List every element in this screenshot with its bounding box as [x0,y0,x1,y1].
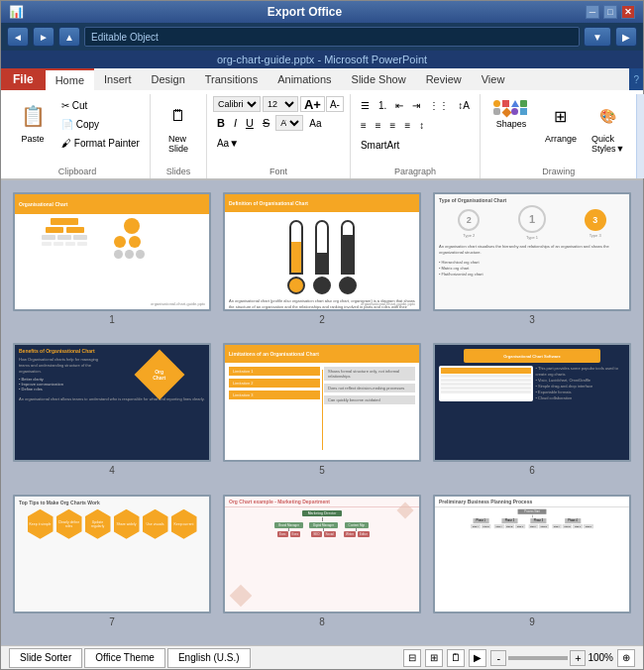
indent-more-button[interactable]: ⇥ [408,96,424,114]
slide-item[interactable]: Preliminary Business Planning Process Pr… [433,495,631,633]
menu-review[interactable]: Review [416,68,472,90]
align-left-button[interactable]: ≡ [357,116,371,134]
zoom-in-button[interactable]: + [570,650,586,666]
file-menu[interactable]: File [1,68,46,90]
quick-styles-button[interactable]: 🎨 QuickStyles▼ [586,96,630,158]
back-button[interactable]: ◄ [7,27,29,47]
menu-animations[interactable]: Animations [268,68,341,90]
view-slide-sorter-icon[interactable]: ⊞ [425,649,443,667]
format-painter-button[interactable]: 🖌 Format Painter [57,134,144,152]
up-button[interactable]: ▲ [58,27,80,47]
font-size-select[interactable]: 12 [263,96,298,112]
slide-thumb-3[interactable]: Type of Organisational Chart 2 Type 2 1 … [433,192,631,311]
slide-thumb-5[interactable]: Limitations of an Organisational Chart L… [223,343,421,462]
menu-transitions[interactable]: Transitions [195,68,268,90]
slide-thumb-7[interactable]: Top Tips to Make Org Charts Work Keep it… [13,495,211,614]
new-slide-button[interactable]: 🗒 NewSlide [157,96,200,158]
menu-slideshow[interactable]: Slide Show [342,68,416,90]
font-family-select[interactable]: Calibri [213,96,261,112]
zoom-slider[interactable] [508,656,568,660]
slide-number-7: 7 [109,616,115,627]
slide-5-content: Limitations of an Organisational Chart L… [225,345,419,460]
font-color-select[interactable]: AV [275,115,303,131]
underline-button[interactable]: U [242,114,258,132]
slide-item[interactable]: Top Tips to Make Org Charts Work Keep it… [13,495,211,633]
slide-number-6: 6 [529,465,535,476]
slides-grid: Organisational Chart [1,180,643,645]
bold-button[interactable]: B [213,114,229,132]
drawing-group: Shapes ⊞ Arrange 🎨 QuickStyles▼ Drawing [481,94,636,178]
indent-less-button[interactable]: ⇤ [391,96,407,114]
decrease-font-button[interactable]: A- [326,96,344,112]
bullets-button[interactable]: ☰ [357,96,374,114]
shapes-button[interactable]: Shapes [486,96,536,133]
italic-button[interactable]: I [230,114,241,132]
slide-item[interactable]: Limitations of an Organisational Chart L… [223,343,421,482]
slide-sorter-tab[interactable]: Slide Sorter [9,648,82,668]
menu-design[interactable]: Design [142,68,195,90]
smartart-button[interactable]: SmartArt [357,136,403,154]
strikethrough-button[interactable]: S [259,114,273,132]
slide1-header: Organisational Chart [15,194,209,214]
slide-4-content: Benefits of Organisational Chart How Org… [15,345,209,460]
address-dropdown[interactable]: ▼ [584,27,611,47]
menu-bar: File Home Insert Design Transitions Anim… [1,68,643,90]
slide-item[interactable]: Benefits of Organisational Chart How Org… [13,343,211,482]
cut-button[interactable]: ✂ Cut [57,96,144,114]
minimize-button[interactable]: ─ [586,5,599,19]
menu-home[interactable]: Home [46,68,94,90]
slide-2-content: Definition of Organisational Chart [225,194,419,309]
justify-button[interactable]: ≡ [400,116,414,134]
columns-button[interactable]: ⋮⋮ [425,96,453,114]
arrange-button[interactable]: ⊞ Arrange [539,96,583,148]
copy-button[interactable]: 📄 Copy [57,115,144,133]
paste-button[interactable]: 📋 Paste [11,96,54,148]
slide-item[interactable]: Org Chart example - Marketing Department… [223,495,421,633]
office-theme-tab[interactable]: Office Theme [84,648,165,668]
language-tab[interactable]: English (U.S.) [167,648,251,668]
quick-styles-icon: 🎨 [592,100,624,132]
new-slide-icon: 🗒 [162,100,194,132]
slide-thumb-4[interactable]: Benefits of Organisational Chart How Org… [13,343,211,462]
close-button[interactable]: ✕ [621,5,635,19]
help-button[interactable]: ? [629,68,643,90]
fit-window-icon[interactable]: ⊕ [617,649,635,667]
status-bar: Slide Sorter Office Theme English (U.S.)… [1,645,643,669]
address-input[interactable] [84,27,580,47]
slide-thumb-9[interactable]: Preliminary Business Planning Process Pr… [433,495,631,614]
slide-number-2: 2 [319,314,325,325]
forward-button[interactable]: ► [33,27,54,47]
shapes-icon [493,100,528,117]
slide-item[interactable]: Organisational Chart Software [433,343,631,482]
paragraph-group: ☰ 1. ⇤ ⇥ ⋮⋮ ↕A ≡ ≡ ≡ ≡ ↕ [351,94,481,178]
view-reading-icon[interactable]: ▶ [469,649,486,667]
clipboard-group: 📋 Paste ✂ Cut 📄 Copy 🖌 Format Painter Cl… [5,94,151,178]
numbering-button[interactable]: 1. [375,96,390,114]
zoom-out-button[interactable]: - [490,650,506,666]
slide-thumb-6[interactable]: Organisational Chart Software [433,343,631,462]
view-normal-icon[interactable]: ⊟ [403,649,421,667]
slide-item[interactable]: Type of Organisational Chart 2 Type 2 1 … [433,192,631,331]
menu-insert[interactable]: Insert [94,68,142,90]
maximize-button[interactable]: □ [603,5,617,19]
drawing-label: Drawing [486,167,630,178]
slide-6-content: Organisational Chart Software [435,345,629,460]
align-right-button[interactable]: ≡ [386,116,400,134]
menu-view[interactable]: View [472,68,515,90]
font-size-input[interactable]: Aa [305,114,325,132]
text-direction-button[interactable]: ↕A [454,96,474,114]
line-spacing-button[interactable]: ↕ [415,116,428,134]
slide-thumb-1[interactable]: Organisational Chart [13,192,211,311]
slide-thumb-2[interactable]: Definition of Organisational Chart [223,192,421,311]
go-button[interactable]: ▶ [615,27,637,47]
slides-label: Slides [157,167,200,178]
view-notes-icon[interactable]: 🗒 [447,649,465,667]
slide-item[interactable]: Organisational Chart [13,192,211,331]
slide-thumb-8[interactable]: Org Chart example - Marketing Department… [223,495,421,614]
font-case-button[interactable]: Aa▼ [213,134,243,152]
app-icon: 📊 [9,5,24,19]
align-center-button[interactable]: ≡ [372,116,385,134]
increase-font-button[interactable]: A+ [300,96,325,112]
paragraph-label: Paragraph [357,167,474,178]
slide-item[interactable]: Definition of Organisational Chart [223,192,421,331]
